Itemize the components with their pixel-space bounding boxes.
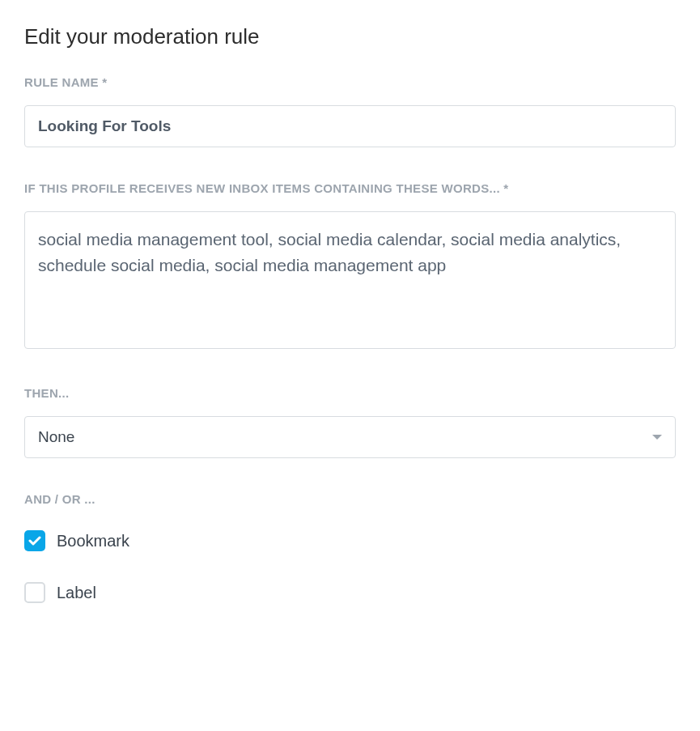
rule-name-label: RULE NAME *: [24, 75, 676, 89]
keywords-label: IF THIS PROFILE RECEIVES NEW INBOX ITEMS…: [24, 181, 676, 195]
then-label: THEN...: [24, 386, 676, 400]
label-checkbox-row: Label: [24, 582, 676, 603]
keywords-textarea[interactable]: social media management tool, social med…: [24, 211, 676, 349]
bookmark-checkbox-row: Bookmark: [24, 530, 676, 551]
then-section: THEN... None: [24, 386, 676, 458]
rule-name-input[interactable]: [24, 105, 676, 147]
label-checkbox-label[interactable]: Label: [57, 584, 96, 602]
bookmark-checkbox[interactable]: [24, 530, 45, 551]
label-checkbox[interactable]: [24, 582, 45, 603]
bookmark-checkbox-label[interactable]: Bookmark: [57, 532, 129, 550]
chevron-down-icon: [652, 435, 662, 440]
then-select[interactable]: None: [24, 416, 676, 458]
rule-name-section: RULE NAME *: [24, 75, 676, 147]
then-selected-value: None: [38, 428, 74, 446]
and-or-label: AND / OR ...: [24, 492, 676, 506]
checkmark-icon: [28, 536, 41, 546]
page-title: Edit your moderation rule: [24, 24, 676, 49]
then-select-wrapper: None: [24, 416, 676, 458]
and-or-section: AND / OR ... Bookmark Label: [24, 492, 676, 603]
keywords-section: IF THIS PROFILE RECEIVES NEW INBOX ITEMS…: [24, 181, 676, 352]
